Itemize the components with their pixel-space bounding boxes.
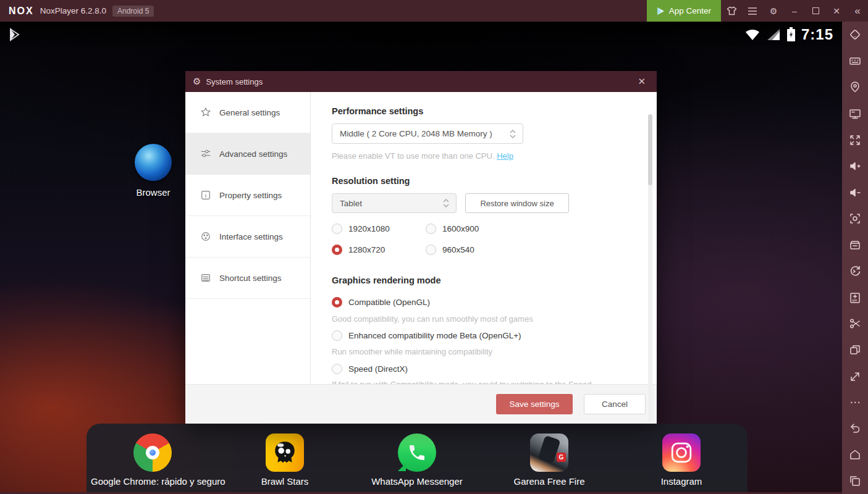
right-toolbar: apk ⋯ xyxy=(842,22,868,494)
resolution-preset-value: Tablet xyxy=(340,199,362,208)
menu-icon[interactable] xyxy=(742,0,763,22)
settings-gear-icon[interactable]: ⚙ xyxy=(763,0,784,22)
radio-circle[interactable] xyxy=(332,224,342,234)
app-dock: Google Chrome: rápido y seguro Brawl Sta… xyxy=(86,424,748,494)
radio-compatible-opengl[interactable]: Compatible (OpenGL) xyxy=(332,296,657,308)
clock: 7:15 xyxy=(801,26,833,43)
chrome-icon xyxy=(133,433,172,472)
dialog-gear-icon: ⚙ xyxy=(193,76,201,87)
garena-badge-icon: G xyxy=(557,453,566,462)
radio-speed-directx[interactable]: Speed (DirectX) xyxy=(332,363,657,374)
dialog-header[interactable]: ⚙ System settings ✕ xyxy=(185,71,657,92)
dock-app-free-fire[interactable]: G Garena Free Fire xyxy=(487,424,611,494)
screenshot-icon[interactable] xyxy=(842,206,868,232)
resolution-heading: Resolution setting xyxy=(332,175,657,186)
sidebar-item-label: Property settings xyxy=(219,191,282,200)
dock-app-whatsapp[interactable]: WhatsApp Messenger xyxy=(355,424,479,494)
location-icon[interactable] xyxy=(842,74,868,101)
radio-circle[interactable] xyxy=(426,245,436,255)
sidebar-item-advanced-settings[interactable]: Advanced settings xyxy=(185,133,310,175)
maximize-icon[interactable] xyxy=(805,0,826,22)
close-icon[interactable]: ✕ xyxy=(826,0,847,22)
keyboard-icon[interactable] xyxy=(842,48,868,75)
browser-shortcut[interactable]: Browser xyxy=(130,144,177,198)
dock-app-label: Google Chrome: rápido y seguro xyxy=(91,476,214,487)
install-apk-icon[interactable]: apk xyxy=(842,285,868,311)
dialog-scrollbar[interactable] xyxy=(648,114,652,422)
help-link[interactable]: Help xyxy=(497,151,513,161)
scissors-icon[interactable] xyxy=(842,311,868,337)
graphics-desc-1: Good compatibility, you can run smoothly… xyxy=(332,314,657,325)
collapse-sidebar-icon[interactable]: « xyxy=(847,0,868,22)
home-icon[interactable] xyxy=(842,442,868,468)
android-status-bar: 7:15 xyxy=(0,22,842,48)
radio-circle-selected[interactable] xyxy=(332,297,342,308)
save-settings-button[interactable]: Save settings xyxy=(496,394,573,414)
radio-1280x720[interactable]: 1280x720 xyxy=(332,245,426,255)
cancel-button[interactable]: Cancel xyxy=(584,394,646,414)
sidebar-item-label: Interface settings xyxy=(219,232,283,241)
radio-1600x900[interactable]: 1600x900 xyxy=(426,224,479,234)
sidebar-item-label: General settings xyxy=(219,108,280,117)
free-fire-icon: G xyxy=(530,433,568,472)
performance-heading: Performance settings xyxy=(332,106,657,117)
vt-note: Please enable VT to use more than one CP… xyxy=(332,151,657,162)
minimize-icon[interactable]: – xyxy=(784,0,805,22)
sidebar-item-label: Shortcut settings xyxy=(219,274,282,283)
dock-app-label: Garena Free Fire xyxy=(487,476,611,487)
sidebar-item-interface-settings[interactable]: Interface settings xyxy=(185,216,310,257)
scrollbar-thumb[interactable] xyxy=(648,114,652,185)
app-center-button[interactable]: App Center xyxy=(647,0,721,22)
select-chevrons-icon xyxy=(509,129,516,139)
sidebar-item-property-settings[interactable]: Property settings xyxy=(185,175,310,216)
radio-circle-selected[interactable] xyxy=(332,245,342,255)
resize-icon[interactable] xyxy=(842,363,868,390)
back-icon[interactable] xyxy=(842,415,868,442)
radio-960x540[interactable]: 960x540 xyxy=(426,245,474,255)
recent-apps-icon[interactable] xyxy=(842,468,868,494)
titlebar-controls: App Center ⚙ – ✕ « xyxy=(647,0,868,22)
more-icon[interactable]: ⋯ xyxy=(842,390,868,416)
star-icon xyxy=(200,107,211,118)
svg-text:apk: apk xyxy=(852,298,857,302)
volume-down-icon[interactable] xyxy=(842,179,868,206)
play-store-notification-icon xyxy=(9,28,21,41)
system-settings-dialog: ⚙ System settings ✕ General settings Adv xyxy=(185,71,657,424)
graphics-desc-3: If fail to run with Compatibility mode, … xyxy=(332,379,657,384)
browser-globe-icon xyxy=(135,144,172,181)
dialog-footer: Save settings Cancel xyxy=(185,384,657,424)
radio-circle[interactable] xyxy=(332,330,342,341)
resolution-radio-row-1: 1920x1080 1600x900 xyxy=(332,223,657,234)
fullscreen-icon[interactable] xyxy=(842,127,868,153)
dock-app-chrome[interactable]: Google Chrome: rápido y seguro xyxy=(91,424,214,494)
statusbar-right-cluster: 7:15 xyxy=(744,26,833,43)
sidebar-item-shortcut-settings[interactable]: Shortcut settings xyxy=(185,257,310,299)
wifi-icon xyxy=(744,28,761,41)
volume-up-icon[interactable] xyxy=(842,153,868,180)
resolution-preset-select[interactable]: Tablet xyxy=(332,193,457,213)
performance-select[interactable]: Middle ( 2 Core CPU, 2048 MB Memory ) xyxy=(332,124,523,144)
dock-app-label: WhatsApp Messenger xyxy=(355,476,479,487)
restore-window-size-button[interactable]: Restore window size xyxy=(465,193,569,213)
radio-circle[interactable] xyxy=(332,364,342,374)
dock-app-instagram[interactable]: Instagram xyxy=(620,424,743,494)
reboot-icon[interactable] xyxy=(842,258,868,285)
virtual-screen-icon[interactable] xyxy=(842,101,868,127)
theme-shirt-icon[interactable] xyxy=(721,0,742,22)
shake-icon[interactable] xyxy=(842,22,868,48)
shared-folder-icon[interactable] xyxy=(842,232,868,259)
instagram-icon xyxy=(662,433,701,472)
nox-logo: NOX xyxy=(9,6,34,17)
radio-enhanced-opengl-plus[interactable]: Enhanced compatibility mode Beta (OpenGL… xyxy=(332,330,657,341)
sliders-icon xyxy=(200,148,211,159)
sidebar-item-general-settings[interactable]: General settings xyxy=(185,92,310,133)
radio-1920x1080[interactable]: 1920x1080 xyxy=(332,224,426,234)
sidebar-item-label: Advanced settings xyxy=(219,149,287,159)
dialog-close-icon[interactable]: ✕ xyxy=(634,76,649,87)
dock-app-label: Brawl Stars xyxy=(223,476,347,487)
play-store-icon xyxy=(657,7,665,15)
radio-circle[interactable] xyxy=(426,224,436,234)
dock-app-brawl-stars[interactable]: Brawl Stars xyxy=(223,424,347,494)
multi-window-icon[interactable] xyxy=(842,337,868,364)
brawl-stars-icon xyxy=(266,433,304,472)
